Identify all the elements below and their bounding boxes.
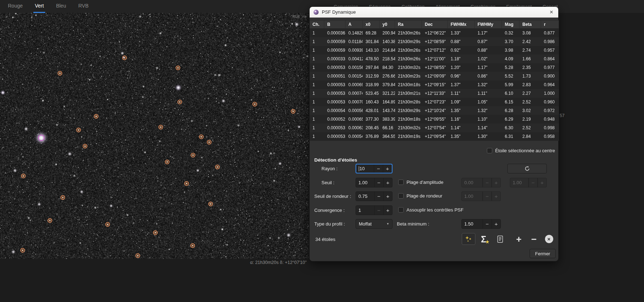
psf-col-header-mag[interactable]: Mag <box>502 20 520 28</box>
star-marker[interactable] <box>94 114 99 119</box>
roundness-decrement-button[interactable]: − <box>374 192 383 201</box>
star-marker[interactable] <box>184 181 189 186</box>
psf-cell: 523.45 <box>363 89 380 98</box>
psf-table-row[interactable]: 10.0000360.14829169.28200.9421h30m26s+12… <box>310 29 559 37</box>
psf-cell: 5.52 <box>502 72 520 80</box>
dialog-titlebar[interactable]: PSF Dynamique × <box>310 7 558 18</box>
average-psf-button[interactable]: Σ <box>477 233 490 245</box>
psf-col-header-a[interactable]: A <box>345 20 363 28</box>
amplitude-max-increment-button[interactable]: + <box>537 178 546 187</box>
channel-tab-vert[interactable]: Vert <box>33 0 45 13</box>
roundness-max-decrement-button[interactable]: − <box>483 192 492 201</box>
roundness-max-input[interactable]: 1.00 <box>462 192 483 201</box>
star-marker[interactable] <box>122 56 127 60</box>
star-marker[interactable] <box>21 174 26 178</box>
psf-table-row[interactable]: 10.0000530.000545376.89364.5521h30m19s+1… <box>310 132 559 141</box>
star-marker[interactable] <box>76 128 81 133</box>
channel-tab-rvb[interactable]: RVB <box>77 0 90 13</box>
star-marker[interactable] <box>58 71 62 76</box>
radius-decrement-button[interactable]: − <box>374 164 383 173</box>
star-marker[interactable] <box>165 160 170 164</box>
star-marker[interactable] <box>178 100 182 104</box>
star-marker[interactable] <box>83 144 88 149</box>
radius-input[interactable]: 10 <box>356 164 374 173</box>
fermer-button[interactable]: Fermer <box>530 249 556 258</box>
psf-table-row[interactable]: 10.0000530.001568297.8484.3021h30m32s+12… <box>310 63 559 72</box>
convergence-decrement-button[interactable]: − <box>374 206 383 215</box>
psf-table-row[interactable]: 10.0000330.004127478.50218.5421h30m26s+1… <box>310 55 559 63</box>
psf-col-header-y0[interactable]: y0 <box>380 20 395 28</box>
psf-col-header-fwhmx[interactable]: FWHMx <box>448 20 475 28</box>
psf-col-header-x0[interactable]: x0 <box>363 20 380 28</box>
star-marker[interactable] <box>253 102 257 107</box>
amplitude-min-decrement-button[interactable]: − <box>483 178 492 187</box>
detect-stars-button[interactable] <box>462 233 475 245</box>
profile-type-dropdown[interactable]: Moffat ▼ <box>356 219 392 229</box>
psf-col-header-ra[interactable]: Ra <box>395 20 422 28</box>
psf-table-row[interactable]: 10.0000590.011840301.84140.3821h30m29s+1… <box>310 37 559 46</box>
psf-col-header-r[interactable]: r <box>541 20 559 28</box>
psf-col-header-b[interactable]: B <box>324 20 345 28</box>
beta-minimum-input[interactable]: 1.50 <box>462 219 483 228</box>
psf-col-header-dec[interactable]: Dec <box>422 20 448 28</box>
radius-increment-button[interactable]: + <box>383 164 392 173</box>
star-marker[interactable] <box>208 202 213 206</box>
amplitude-min-input[interactable]: 0.00 <box>462 178 483 187</box>
psf-table-row[interactable]: 10.0000530.000636208.4566.1621h30m32s+12… <box>310 124 559 132</box>
threshold-increment-button[interactable]: + <box>383 178 392 187</box>
roundness-range-checkbox[interactable]: Plage de rondeur <box>398 193 442 199</box>
amplitude-max-decrement-button[interactable]: − <box>528 178 537 187</box>
psf-cell: 143.10 <box>363 46 380 55</box>
psf-col-header-beta[interactable]: Beta <box>520 20 541 28</box>
amplitude-max-spinbox: 1.00 − + <box>510 178 547 187</box>
psf-table-row[interactable]: 10.0000530.000743523.45321.2221h30m21s+1… <box>310 89 559 98</box>
psf-table-row[interactable]: 10.0000540.000567428.01143.7421h30m29s+1… <box>310 106 559 115</box>
psf-table-row[interactable]: 10.0000520.000652377.30383.3921h30m18s+1… <box>310 115 559 124</box>
star-marker[interactable] <box>136 254 140 258</box>
roundness-increment-button[interactable]: + <box>383 192 392 201</box>
psf-table-row[interactable]: 10.0000530.000709160.43164.8921h30m28s+1… <box>310 98 559 106</box>
amplitude-max-input[interactable]: 1.00 <box>510 178 528 187</box>
export-list-button[interactable] <box>493 233 507 245</box>
psf-table-row[interactable]: 10.0000590.009395143.10214.8421h30m26s+1… <box>310 46 559 55</box>
convergence-increment-button[interactable]: + <box>383 206 392 215</box>
roundness-max-increment-button[interactable]: + <box>492 192 500 201</box>
beta-increment-button[interactable]: + <box>492 219 500 228</box>
convergence-label: Convergence : <box>314 205 345 215</box>
psf-col-header-fwhmy[interactable]: FWHMy <box>475 20 502 28</box>
star-marker[interactable] <box>159 125 163 130</box>
convergence-input[interactable]: 1 <box>356 206 374 215</box>
channel-tab-bleu[interactable]: Bleu <box>55 0 67 13</box>
star-marker[interactable] <box>48 218 52 223</box>
psf-cell: 0.001542 <box>345 72 363 80</box>
center-star-checkbox[interactable]: Étoile sélectionnée au centre <box>487 148 555 153</box>
amplitude-range-checkbox[interactable]: Plage d'amplitude <box>398 180 443 185</box>
roundness-threshold-input[interactable]: 0.75 <box>356 192 374 201</box>
star-marker[interactable] <box>207 140 212 145</box>
star-marker[interactable] <box>191 243 195 248</box>
add-star-button[interactable]: + <box>512 233 526 245</box>
star-marker[interactable] <box>291 109 296 114</box>
psf-col-header-ch[interactable]: Ch. <box>310 20 324 28</box>
threshold-decrement-button[interactable]: − <box>374 178 383 187</box>
channel-tab-rouge[interactable]: Rouge <box>6 0 24 13</box>
close-icon[interactable]: × <box>548 9 555 15</box>
psf-table-row[interactable]: 10.0000510.001542312.59276.6621h30m23s+1… <box>310 72 559 80</box>
star-marker[interactable] <box>105 222 110 227</box>
psf-table-row[interactable]: 10.0000530.000698318.99379.8421h30m18s+1… <box>310 80 559 89</box>
star-marker[interactable] <box>153 231 158 235</box>
threshold-input[interactable]: 1.00 <box>356 178 374 187</box>
selected-star-marker[interactable] <box>38 135 44 141</box>
star-marker[interactable] <box>191 153 196 158</box>
star-marker[interactable] <box>176 66 180 70</box>
refresh-stars-button[interactable] <box>507 164 547 173</box>
star-marker[interactable] <box>199 135 204 139</box>
beta-decrement-button[interactable]: − <box>483 219 492 228</box>
clear-all-stars-button[interactable]: × <box>542 233 556 245</box>
amplitude-min-increment-button[interactable]: + <box>492 178 500 187</box>
relax-psf-checkbox[interactable]: Assouplir les contrôles PSF <box>398 207 464 213</box>
star-marker[interactable] <box>61 195 65 200</box>
star-marker[interactable] <box>215 165 220 169</box>
star-marker[interactable] <box>20 248 25 253</box>
remove-star-button[interactable]: − <box>527 233 541 245</box>
